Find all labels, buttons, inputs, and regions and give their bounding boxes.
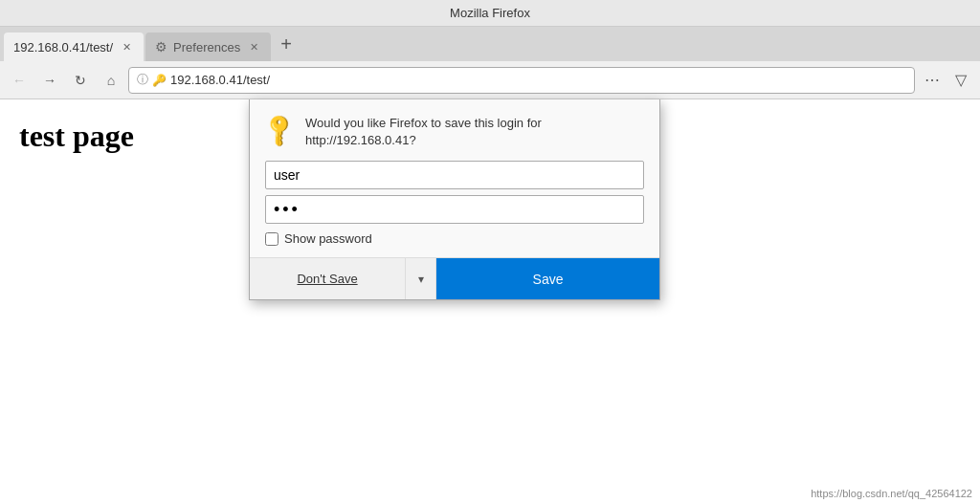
key-url-icon: 🔑: [152, 74, 167, 87]
tab-close-preferences[interactable]: ✕: [246, 39, 261, 55]
popup-key-icon: 🔑: [259, 110, 299, 149]
tab-bar: 192.168.0.41/test/ ✕ ⚙ Preferences ✕ +: [0, 27, 980, 61]
tab-preferences[interactable]: ⚙ Preferences ✕: [145, 33, 271, 61]
popup-fields: [250, 161, 659, 224]
popup-footer: Don't Save ▾ Save: [250, 257, 659, 299]
title-bar: Mozilla Firefox: [0, 0, 980, 27]
dont-save-button[interactable]: Don't Save: [250, 258, 405, 299]
popup-header: 🔑 Would you like Firefox to save this lo…: [250, 99, 659, 161]
nav-bar: ← → ↻ ⌂ ⓘ 🔑 192.168.0.41/test/ ⋯ ▽: [0, 61, 980, 99]
hamburger-menu[interactable]: ⋯: [919, 67, 946, 94]
url-bar[interactable]: ⓘ 🔑 192.168.0.41/test/: [128, 67, 915, 94]
sync-button[interactable]: ▽: [947, 67, 974, 94]
show-password-row: Show password: [250, 224, 659, 257]
save-login-popup: 🔑 Would you like Firefox to save this lo…: [249, 99, 660, 300]
tab-preferences-label: Preferences: [173, 40, 240, 55]
save-button[interactable]: Save: [436, 258, 659, 299]
tab-page[interactable]: 192.168.0.41/test/ ✕: [4, 33, 144, 61]
tab-page-label: 192.168.0.41/test/: [13, 40, 113, 55]
gear-icon: ⚙: [155, 39, 167, 55]
tab-close-page[interactable]: ✕: [119, 39, 134, 55]
dropdown-arrow-icon: ▾: [418, 273, 424, 286]
popup-message: Would you like Firefox to save this logi…: [305, 115, 542, 149]
password-input[interactable]: [265, 195, 644, 224]
window-title: Mozilla Firefox: [450, 6, 530, 20]
username-input[interactable]: [265, 161, 644, 189]
show-password-label[interactable]: Show password: [284, 231, 372, 246]
home-button[interactable]: ⌂: [98, 67, 124, 94]
show-password-checkbox[interactable]: [265, 232, 278, 246]
reload-button[interactable]: ↻: [67, 67, 94, 94]
status-bar: https://blog.csdn.net/qq_42564122: [811, 488, 972, 499]
forward-button[interactable]: →: [36, 67, 63, 94]
content-area: test page 🔑 Would you like Firefox to sa…: [0, 99, 980, 503]
new-tab-button[interactable]: +: [273, 31, 300, 57]
dont-save-dropdown[interactable]: ▾: [405, 258, 435, 299]
back-button[interactable]: ←: [6, 67, 33, 94]
info-icon: ⓘ: [137, 72, 148, 88]
nav-right-controls: ⋯ ▽: [919, 67, 974, 94]
url-icons: ⓘ 🔑: [137, 72, 167, 88]
url-text[interactable]: 192.168.0.41/test/: [170, 73, 906, 87]
dont-save-wrapper: Don't Save ▾: [250, 258, 436, 299]
